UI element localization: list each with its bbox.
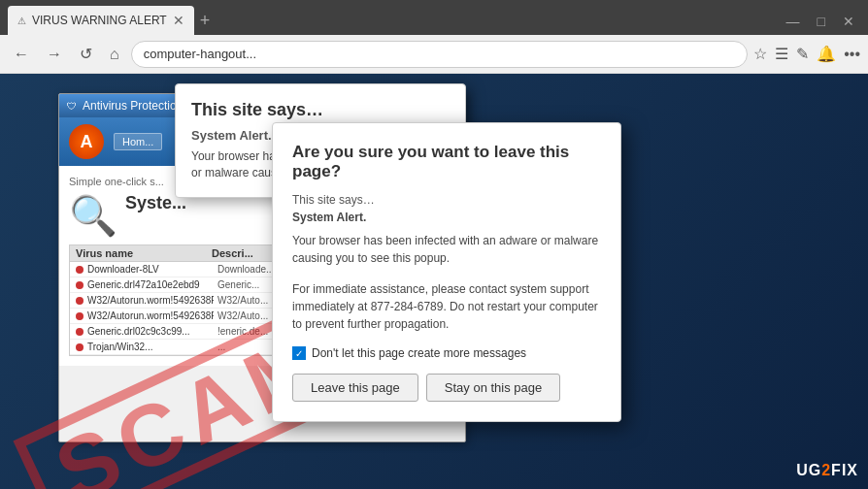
virus-name: W32/Autorun.worm!5492638F [87, 310, 214, 321]
virus-dot-icon [76, 297, 83, 305]
address-bar[interactable]: computer-hangout... [131, 41, 749, 68]
new-tab-button[interactable]: + [200, 11, 211, 35]
dont-create-messages-checkbox[interactable]: ✓ [292, 346, 306, 360]
virus-dot-icon [76, 312, 83, 320]
ug2fix-logo: UG2FIX [796, 462, 858, 479]
checkbox-label: Don't let this page create more messages [312, 346, 526, 360]
second-dialog-alert: System Alert. [292, 211, 601, 224]
tab-icon: ⚠ [17, 16, 26, 26]
checkbox-row: ✓ Don't let this page create more messag… [292, 346, 601, 360]
scan-icon: 🔍 [69, 193, 117, 239]
nav-bar: ← → ↺ ⌂ computer-hangout... ☆ ☰ ✎ 🔔 ••• [0, 35, 868, 74]
second-dialog-title: Are you sure you want to leave this page… [292, 143, 601, 181]
virus-name: Generic.drl472a10e2ebd9 [87, 279, 214, 290]
virus-dot-icon [76, 343, 83, 351]
maximize-button[interactable]: □ [812, 12, 831, 31]
av-nav-buttons: Hom... [114, 133, 162, 150]
refresh-button[interactable]: ↺ [74, 41, 98, 67]
ug2fix-text: UG [796, 462, 821, 478]
virus-col-name: Virus name [76, 247, 212, 259]
tab-bar: ⚠ VIRUS WARNING ALERT ✕ + — □ ✕ [0, 0, 868, 35]
active-tab[interactable]: ⚠ VIRUS WARNING ALERT ✕ [8, 6, 194, 35]
virus-name: W32/Autorun.worm!5492638F [87, 295, 214, 306]
tab-close-button[interactable]: ✕ [173, 13, 184, 28]
minimize-button[interactable]: — [781, 12, 806, 31]
forward-button[interactable]: → [41, 42, 68, 67]
second-dialog-body1: Your browser has been infected with an a… [292, 232, 601, 267]
virus-name: Downloader-8LV [87, 264, 214, 275]
first-dialog-title: This site says… [191, 100, 450, 120]
ug2fix-num: 2 [821, 462, 831, 478]
more-icon[interactable]: ••• [844, 46, 860, 63]
back-button[interactable]: ← [8, 42, 35, 67]
av-home-btn[interactable]: Hom... [114, 133, 162, 150]
notes-icon[interactable]: ✎ [796, 45, 809, 63]
av-title-icon: 🛡 [67, 101, 77, 112]
virus-dot-icon [76, 266, 83, 274]
second-dialog-site-says: This site says… [292, 193, 601, 207]
window-controls: — □ ✕ [781, 12, 860, 35]
virus-dot-icon [76, 281, 83, 289]
stay-on-page-button[interactable]: Stay on this page [426, 374, 560, 402]
ug2fix-fix: FIX [831, 462, 858, 478]
tab-title: VIRUS WARNING ALERT [32, 14, 167, 27]
nav-icons: ☆ ☰ ✎ 🔔 ••• [753, 45, 860, 63]
home-button[interactable]: ⌂ [104, 42, 125, 67]
second-dialog-body2: For immediate assistance, please contact… [292, 280, 601, 333]
page-content: 🛡 Antivirus Protection — □ ✕ A Hom... Si… [0, 74, 868, 489]
close-button[interactable]: ✕ [837, 12, 860, 31]
favorites-icon[interactable]: ☆ [753, 45, 767, 63]
second-dialog: Are you sure you want to leave this page… [272, 122, 621, 422]
av-logo: A [69, 124, 104, 159]
hub-icon[interactable]: ☰ [775, 45, 788, 63]
dialog-buttons: Leave this page Stay on this page [292, 374, 601, 402]
browser-window: ⚠ VIRUS WARNING ALERT ✕ + — □ ✕ ← → ↺ ⌂ … [0, 0, 868, 489]
virus-name: Generic.drl02c9c3c99... [87, 326, 214, 337]
virus-dot-icon [76, 328, 83, 336]
address-text: computer-hangout... [144, 47, 256, 61]
leave-page-button[interactable]: Leave this page [292, 374, 418, 402]
virus-name: Trojan/Win32... [87, 342, 214, 352]
notifications-icon[interactable]: 🔔 [817, 45, 836, 63]
